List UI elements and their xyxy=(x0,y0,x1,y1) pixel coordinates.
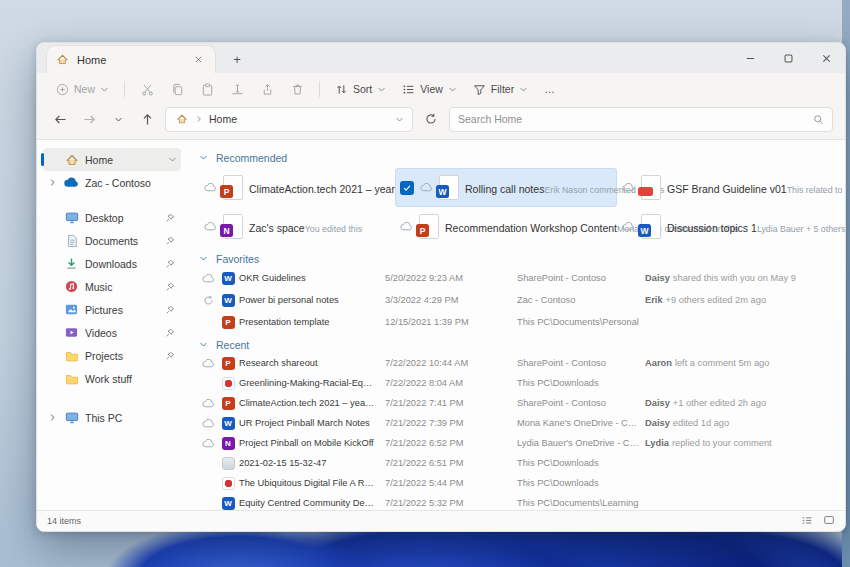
file-row[interactable]: UR Project Pinball March Notes 7/21/2022… xyxy=(199,413,831,433)
file-row[interactable]: ClimateAction.tech 2021 – year in review… xyxy=(199,393,831,413)
card-title: Zac's space xyxy=(249,222,305,234)
share-icon xyxy=(261,83,274,96)
sidebar-item-home[interactable]: Home xyxy=(43,148,181,171)
favorites-list: OKR Guidelines 5/20/2022 9:23 AM SharePo… xyxy=(199,267,831,333)
tab-title: Home xyxy=(77,54,182,66)
divider xyxy=(124,81,125,97)
pin-icon xyxy=(165,282,175,292)
recommended-card[interactable]: Zac's spaceYou edited this xyxy=(199,207,395,246)
file-row[interactable]: Research shareout 7/22/2022 10:44 AM Sha… xyxy=(199,353,831,373)
file-row[interactable]: Power bi personal notes 3/3/2022 4:29 PM… xyxy=(199,289,831,311)
powerpoint-file-icon xyxy=(223,175,243,200)
file-name: Equity Centred Community Design xyxy=(239,498,385,508)
chevron-down-icon[interactable] xyxy=(199,340,208,349)
spacer xyxy=(47,235,58,246)
recent-locations-button[interactable] xyxy=(107,108,129,130)
file-row[interactable]: 2021-02-15 15-32-47 7/21/2022 6:51 PM Th… xyxy=(199,453,831,473)
cut-button[interactable] xyxy=(133,77,161,101)
thispc-icon xyxy=(64,410,79,425)
minimize-button[interactable] xyxy=(731,43,769,73)
file-row[interactable]: The Ubiquitous Digital File A Review o..… xyxy=(199,473,831,493)
search-box xyxy=(449,107,833,132)
section-header-favorites[interactable]: Favorites xyxy=(199,250,831,267)
card-title: GSF Brand Guideline v01 xyxy=(667,183,787,195)
sidebar-item-label: Music xyxy=(85,281,159,293)
tab-home[interactable]: Home xyxy=(47,46,215,73)
sidebar-item-downloads[interactable]: Downloads xyxy=(43,252,181,275)
thumbnails-view-icon xyxy=(823,514,835,526)
section-header-recent[interactable]: Recent xyxy=(199,336,831,353)
file-activity: Aaronleft a comment 5m ago xyxy=(645,358,831,368)
filter-button[interactable]: Filter xyxy=(466,79,535,100)
new-button[interactable]: New xyxy=(49,79,116,100)
status-bar: 14 items xyxy=(37,510,845,531)
copy-button[interactable] xyxy=(163,77,191,101)
search-input[interactable] xyxy=(458,113,813,125)
command-bar: New Sort View Filter xyxy=(37,73,845,105)
file-row[interactable]: Equity Centred Community Design 7/21/202… xyxy=(199,493,831,510)
sort-button[interactable]: Sort xyxy=(328,79,393,100)
sidebar-item-projects[interactable]: Projects xyxy=(43,344,181,367)
onedrive-icon xyxy=(64,175,79,190)
file-row[interactable]: Presentation template 12/15/2021 1:39 PM… xyxy=(199,311,831,333)
chevron-down-icon[interactable] xyxy=(199,254,208,263)
sidebar-item-pictures[interactable]: Pictures xyxy=(43,298,181,321)
sidebar-item-desktop[interactable]: Desktop xyxy=(43,206,181,229)
sidebar-item-label: Downloads xyxy=(85,258,159,270)
navigation-pane: Home Zac - Contoso Desktop xyxy=(37,140,187,510)
checkbox-checked[interactable] xyxy=(400,181,414,195)
tab-close-icon[interactable] xyxy=(189,51,207,69)
file-location: Lydia Bauer's OneDrive - Contoso xyxy=(517,438,645,448)
sidebar-item-videos[interactable]: Videos xyxy=(43,321,181,344)
view-button[interactable]: View xyxy=(395,79,464,100)
file-name: ClimateAction.tech 2021 – year in review xyxy=(239,398,385,408)
sidebar-item-work-stuff[interactable]: Work stuff xyxy=(43,367,181,390)
chevron-right-icon[interactable] xyxy=(47,412,58,423)
forward-button[interactable] xyxy=(78,108,100,130)
refresh-button[interactable] xyxy=(420,108,442,130)
share-button[interactable] xyxy=(253,77,281,101)
file-row[interactable]: OKR Guidelines 5/20/2022 9:23 AM SharePo… xyxy=(199,267,831,289)
maximize-button[interactable] xyxy=(769,43,807,73)
new-tab-button[interactable]: + xyxy=(227,49,247,69)
file-name: UR Project Pinball March Notes xyxy=(239,418,385,428)
recommended-card[interactable]: Recommendation Workshop ContentMona Kane… xyxy=(395,207,617,246)
file-row[interactable]: Project Pinball on Mobile KickOff 7/21/2… xyxy=(199,433,831,453)
recommended-card-selected[interactable]: Rolling call notesErik Nason commented o… xyxy=(395,168,617,207)
cut-icon xyxy=(141,83,154,96)
delete-button[interactable] xyxy=(283,77,311,101)
file-date: 12/15/2021 1:39 PM xyxy=(385,317,517,327)
chevron-right-icon[interactable] xyxy=(47,177,58,188)
card-title: Discussion topics 1 xyxy=(667,222,757,234)
sidebar-item-label: Zac - Contoso xyxy=(85,177,177,189)
recommended-card[interactable]: Discussion topics 1Lydia Bauer + 5 other… xyxy=(617,207,845,246)
folder-icon xyxy=(64,371,79,386)
file-row[interactable]: Greenlining-Making-Racial-Equity-Rea... … xyxy=(199,373,831,393)
paste-button[interactable] xyxy=(193,77,221,101)
address-bar: Home xyxy=(37,105,845,140)
recommended-card[interactable]: GSF Brand Guideline v01This related to a… xyxy=(617,168,845,207)
up-button[interactable] xyxy=(136,108,158,130)
breadcrumb-location[interactable]: Home xyxy=(209,113,237,125)
file-date: 7/21/2022 5:32 PM xyxy=(385,498,517,508)
sidebar-item-this-pc[interactable]: This PC xyxy=(43,406,181,429)
breadcrumb[interactable]: Home xyxy=(165,107,413,132)
close-button[interactable] xyxy=(807,43,845,73)
section-header-recommended[interactable]: Recommended xyxy=(199,149,831,166)
rename-button[interactable] xyxy=(223,77,251,101)
back-button[interactable] xyxy=(49,108,71,130)
home-icon xyxy=(174,112,189,127)
file-activity: Daisyedited 1d ago xyxy=(645,418,831,428)
file-name: 2021-02-15 15-32-47 xyxy=(239,458,385,468)
sidebar-item-music[interactable]: Music xyxy=(43,275,181,298)
sidebar-item-documents[interactable]: Documents xyxy=(43,229,181,252)
large-thumbnails-toggle[interactable] xyxy=(823,514,835,528)
chevron-down-icon[interactable] xyxy=(199,153,208,162)
sync-status-icon xyxy=(199,295,217,306)
details-view-toggle[interactable] xyxy=(801,514,813,528)
sidebar-item-onedrive[interactable]: Zac - Contoso xyxy=(43,171,181,194)
more-options-button[interactable]: … xyxy=(537,79,562,99)
card-title: Rolling call notes xyxy=(465,183,544,195)
recommended-card[interactable]: ClimateAction.tech 2021 – year in...Dais… xyxy=(199,168,395,207)
onenote-file-icon xyxy=(217,437,239,450)
